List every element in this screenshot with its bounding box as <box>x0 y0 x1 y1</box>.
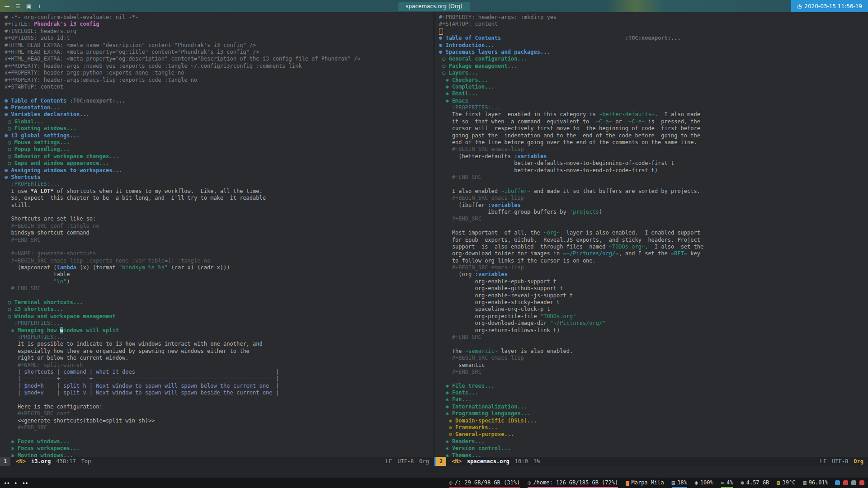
buffer-line[interactable]: ✱ Themes... <box>439 452 868 457</box>
buffer-line[interactable]: especially how they are organized by spa… <box>5 348 434 355</box>
buffer-line[interactable]: #+TITLE: Phundrak's i3 config <box>5 21 434 28</box>
status-segment[interactable]: ◉100% <box>695 478 713 488</box>
buffer-line[interactable]: #+STARTUP: content <box>439 21 868 28</box>
buffer-line[interactable]: going past the indentation and to the en… <box>439 132 868 139</box>
buffer-line[interactable]: #+BEGIN_SRC emacs-lisp <box>439 264 868 271</box>
status-segment[interactable]: ◎/: 29 GB/98 GB (31%) <box>449 478 520 488</box>
modeline-left[interactable]: 1 <N> i3.org 438:17 Top LF UTF-8 Org <box>0 457 434 466</box>
buffer-line[interactable]: :PROPERTIES:... <box>5 181 434 188</box>
minibuffer[interactable] <box>0 466 868 478</box>
buffer-line[interactable]: ⊛ i3 global settings... <box>5 132 434 139</box>
buffer-line[interactable]: ○ Mouse settings... <box>5 139 434 146</box>
buffer-line[interactable]: #+END_SRC <box>5 285 434 292</box>
tray-icon[interactable] <box>835 480 840 485</box>
buffer-line[interactable]: #+BEGIN_SRC emacs-lisp <box>439 146 868 153</box>
buffer-line[interactable]: ibuffer-group-buffers-by 'projects) <box>439 209 868 216</box>
status-segment[interactable]: ▤38% <box>672 478 687 488</box>
media-control-icon[interactable]: ▸ <box>14 480 18 486</box>
buffer-line[interactable] <box>5 292 434 299</box>
buffer-line[interactable] <box>439 223 868 230</box>
buffer-line[interactable]: ✱ Focus workspaces... <box>5 445 434 452</box>
buffer-line[interactable]: #+BEGIN_SRC emacs-lisp <box>439 355 868 361</box>
buffer-line[interactable]: ✱ Email... <box>439 90 868 97</box>
buffer-line[interactable]: ⊛ Table of Contents :TOC:noexport:... <box>5 98 434 104</box>
buffer-line[interactable]: to follow org links if the cursor is on … <box>439 258 868 264</box>
buffer-line[interactable]: ○ Gaps and window appearance... <box>5 160 434 167</box>
buffer-line[interactable]: ○ Behavior of workspace changes... <box>5 153 434 160</box>
buffer-line[interactable]: ✱ Programming languages... <box>439 410 868 417</box>
buffer-i3-org[interactable]: # -*- org-confirm-babel-evaluate: nil -*… <box>0 12 434 457</box>
buffer-line[interactable]: #+HTML_HEAD_EXTRA: <meta name="descripti… <box>5 42 434 49</box>
buffer-line[interactable]: ❁ Domain-specific (DSLs)... <box>439 418 868 424</box>
tray-icon[interactable] <box>859 480 864 485</box>
tabbed-layout-icon[interactable]: ▣ <box>24 2 33 11</box>
buffer-line[interactable] <box>439 341 868 347</box>
buffer-line[interactable]: semantic <box>439 362 868 369</box>
buffer-line[interactable]: org-enable-reveal-js-support t <box>439 292 868 299</box>
buffer-line[interactable]: #+STARTUP: content <box>5 84 434 90</box>
buffer-line[interactable]: cursor will respectively first move to t… <box>439 125 868 132</box>
buffer-line[interactable] <box>5 431 434 438</box>
buffer-line[interactable]: Shortcuts are set like so: <box>5 216 434 222</box>
buffer-line[interactable]: ○ General configuration... <box>439 56 868 62</box>
buffer-line[interactable]: The ~semantic~ layer is also enabled. <box>439 348 868 355</box>
buffer-line[interactable]: ○ Floating windows... <box>5 125 434 132</box>
buffer-line[interactable]: ○ Package management... <box>439 63 868 70</box>
buffer-line[interactable]: org-enable-github-support t <box>439 285 868 292</box>
buffer-line[interactable]: it so that when a command equivalent to … <box>439 118 868 125</box>
buffer-line[interactable]: org-enable-sticky-header t <box>439 299 868 306</box>
buffer-line[interactable]: org-projectile-file "TODOs.org" <box>439 313 868 320</box>
buffer-line[interactable] <box>5 209 434 216</box>
new-tab-icon[interactable]: + <box>35 2 44 11</box>
buffer-line[interactable]: The first layer enabled in this category… <box>439 111 868 118</box>
buffer-line[interactable]: #+PROPERTY: header-args:emacs-lisp :expo… <box>5 77 434 84</box>
buffer-line[interactable]: better-defaults-move-to-end-of-code-firs… <box>439 167 868 174</box>
status-segment[interactable]: ▨39°C <box>777 478 795 488</box>
media-control-icon[interactable]: ▸▸ <box>23 480 28 486</box>
buffer-line[interactable]: #+END_SRC <box>439 334 868 341</box>
buffer-line[interactable]: #+BEGIN_SRC emacs-lisp :exports none :va… <box>5 258 434 264</box>
buffer-line[interactable]: ⊛ Spacemacs layers and packages... <box>439 49 868 56</box>
buffer-line[interactable]: | $mod+v | split v | Next window to spaw… <box>5 389 434 396</box>
status-segment[interactable]: ●4.57 GB <box>741 478 769 488</box>
buffer-line[interactable]: right or below the current window. <box>5 355 434 361</box>
buffer-line[interactable]: |-----------+---------+-----------------… <box>5 375 434 382</box>
buffer-line[interactable]: ⊛ Assigning windows to workspaces... <box>5 167 434 174</box>
buffer-line[interactable]: #+PROPERTY: header-args :noweb yes :expo… <box>5 63 434 70</box>
buffer-line[interactable]: ⊛ Table of Contents :TOC:noexport:... <box>439 35 868 42</box>
buffer-line[interactable] <box>5 396 434 403</box>
buffer-line[interactable]: #+NAME: generate-shortcuts <box>5 250 434 257</box>
buffer-line[interactable]: #+PROPERTY: header-args: :mkdirp yes <box>439 14 868 21</box>
buffer-line[interactable]: #+END_SRC <box>439 174 868 181</box>
buffer-line[interactable]: #+BEGIN_SRC emacs-lisp <box>439 195 868 202</box>
buffer-line[interactable]: ✱ Checkers... <box>439 77 868 84</box>
buffer-line[interactable]: I also enabled ~ibuffer~ and made it so … <box>439 188 868 195</box>
buffer-line[interactable] <box>439 181 868 188</box>
buffer-line[interactable]: ✱ Internationalization... <box>439 404 868 410</box>
buffer-line[interactable]: better-defaults-move-to-beginning-of-cod… <box>439 160 868 167</box>
buffer-line[interactable]: org-return-follows-link t) <box>439 327 868 334</box>
buffer-line[interactable]: "\n") <box>5 278 434 285</box>
media-control-icon[interactable]: ◂◂ <box>4 480 9 486</box>
buffer-line[interactable]: ✱ Fonts... <box>439 389 868 396</box>
buffer-line[interactable]: ❁ General-purpose... <box>439 431 868 438</box>
buffer-line[interactable]: (mapconcat (lambda (x) (format "bindsym … <box>5 264 434 271</box>
buffer-line[interactable] <box>5 244 434 250</box>
buffer-line[interactable]: Here is the configuration: <box>5 404 434 410</box>
buffer-line[interactable]: It is possible to indicate to i3 how win… <box>5 341 434 347</box>
status-segment[interactable]: ▭4% <box>721 478 733 488</box>
buffer-line[interactable]: #+END_SRC <box>439 216 868 222</box>
buffer-line[interactable]: I use *A LOT* of shortcuts when it comes… <box>5 188 434 195</box>
buffer-line[interactable]: ○ Window and workspace management <box>5 313 434 320</box>
status-segment[interactable]: ▥96.01% <box>803 478 828 488</box>
buffer-line[interactable]: ○ Global... <box>5 118 434 125</box>
buffer-line[interactable]: (better-defaults :variables <box>439 153 868 160</box>
buffer-line[interactable]: ✱ File trees... <box>439 383 868 389</box>
clock-widget[interactable]: ◷ 2020-03-15 11:56-19 <box>791 0 868 12</box>
buffer-line[interactable]: ✱ Completion... <box>439 84 868 90</box>
buffer-line[interactable]: | $mod+h | split h | Next window to spaw… <box>5 383 434 389</box>
buffer-line[interactable]: ✱ Version control... <box>439 445 868 452</box>
status-segment[interactable]: ▆Marpa Mila <box>626 478 664 488</box>
buffer-line[interactable]: (org :variables <box>439 271 868 278</box>
buffer-line[interactable]: ✱ Emacs <box>439 98 868 104</box>
